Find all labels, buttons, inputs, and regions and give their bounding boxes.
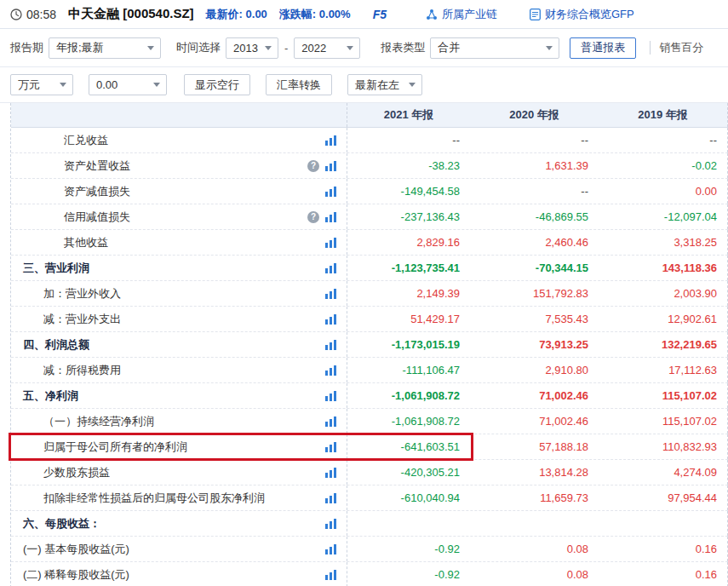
row-label-cell: (二) 稀释每股收益(元) <box>11 562 347 586</box>
value-cell: 0.08 <box>470 562 599 586</box>
row-label: 五、净利润 <box>11 388 78 404</box>
row-label-cell: 其他收益 <box>11 230 347 255</box>
value-cell: 13,814.28 <box>470 460 599 485</box>
row-label: （一）持续经营净利润 <box>11 414 154 429</box>
chart-icon[interactable] <box>325 391 336 401</box>
value-cell: -70,344.15 <box>470 256 599 280</box>
value-cell: -111,106.47 <box>347 358 470 382</box>
row-label: 三、营业利润 <box>11 261 89 276</box>
row-label-cell: 少数股东损益 <box>11 460 347 485</box>
report-type-select[interactable]: 合并 <box>430 37 559 59</box>
chart-icon[interactable] <box>325 365 336 376</box>
table-row: （一）持续经营净利润-1,061,908.7271,002.46115,107.… <box>11 409 728 434</box>
chart-icon[interactable] <box>325 289 336 299</box>
row-label: 加：营业外收入 <box>11 286 121 302</box>
row-label: 减：所得税费用 <box>11 363 121 378</box>
chart-icon[interactable] <box>325 570 336 580</box>
chart-icon[interactable] <box>325 238 336 248</box>
row-label: 少数股东损益 <box>11 465 110 480</box>
help-icon[interactable]: ? <box>307 211 319 223</box>
row-label: 减：营业外支出 <box>11 312 121 327</box>
chart-icon[interactable] <box>325 519 336 529</box>
row-label: 扣除非经常性损益后的归属母公司股东净利润 <box>11 491 265 506</box>
value-cell: 2,910.80 <box>470 358 599 382</box>
chart-icon[interactable] <box>325 417 336 427</box>
value-cell: 110,832.93 <box>599 434 728 459</box>
show-empty-rows-button[interactable]: 显示空行 <box>184 74 250 95</box>
value-cell: -1,123,735.41 <box>347 256 470 280</box>
value-cell: 3,318.25 <box>599 230 728 255</box>
value-cell: -1,061,908.72 <box>347 383 470 408</box>
value-cell: 0.16 <box>599 537 728 561</box>
row-icons <box>325 289 347 299</box>
value-cell: 7,535.43 <box>470 307 599 331</box>
chart-icon[interactable] <box>325 135 336 146</box>
year-to-select[interactable]: 2022 <box>294 37 360 59</box>
table-row: 扣除非经常性损益后的归属母公司股东净利润-610,040.9411,659.73… <box>11 485 728 511</box>
table-row: 加：营业外收入2,149.39151,792.832,003.90 <box>11 281 728 307</box>
year-to-value: 2022 <box>301 42 326 55</box>
help-icon[interactable]: ? <box>307 160 319 172</box>
app-window: 08:58 中天金融 [000540.SZ] 最新价: 0.00 涨跌幅: 0.… <box>0 0 728 586</box>
industry-chain-icon <box>426 9 438 20</box>
chart-icon[interactable] <box>325 187 336 197</box>
table-body: 汇兑收益------资产处置收益?-38.231,631.39-0.02资产减值… <box>11 128 728 586</box>
value-cell: 115,107.02 <box>599 383 728 408</box>
order-select[interactable]: 最新在左 <box>347 74 422 95</box>
stock-title: 中天金融 [000540.SZ] <box>68 6 194 22</box>
decimals-select[interactable]: 0.00 <box>89 74 167 95</box>
chart-icon[interactable] <box>325 340 336 350</box>
unit-select[interactable]: 万元 <box>10 74 73 95</box>
table-row: 资产处置收益?-38.231,631.39-0.02 <box>11 153 728 179</box>
column-header-2019[interactable]: 2019 年报 <box>599 103 728 127</box>
value-cell: 2,829.16 <box>347 230 470 255</box>
chart-icon[interactable] <box>325 442 336 452</box>
value-cell: 73,913.25 <box>470 332 599 357</box>
chart-icon[interactable] <box>325 544 336 554</box>
row-label: 汇兑收益 <box>11 133 108 148</box>
table-row: 六、每股收益： <box>11 511 728 537</box>
value-cell: 143,118.36 <box>599 256 728 280</box>
row-label-cell: 减：营业外支出 <box>11 307 347 331</box>
chevron-down-icon <box>546 46 553 50</box>
row-icons <box>325 263 347 273</box>
value-cell: -0.92 <box>347 537 470 561</box>
value-cell: -- <box>470 128 599 152</box>
chart-icon[interactable] <box>325 493 336 503</box>
year-range-dash: - <box>284 42 288 55</box>
value-cell <box>599 511 728 536</box>
options-toolbar: 万元 0.00 显示空行 汇率转换 最新在左 <box>0 67 728 103</box>
normal-report-tab[interactable]: 普通报表 <box>570 37 636 59</box>
chart-icon[interactable] <box>325 314 336 325</box>
value-cell: 132,219.65 <box>599 332 728 357</box>
sales-percent-tab[interactable]: 销售百分 <box>659 40 703 55</box>
row-label-cell: 归属于母公司所有者的净利润 <box>11 434 347 459</box>
chart-icon[interactable] <box>325 161 336 171</box>
row-icons <box>325 570 347 580</box>
value-cell: -0.92 <box>347 562 470 586</box>
finance-overview-link[interactable]: 财务综合概览GFP <box>530 7 634 22</box>
value-cell: 57,188.18 <box>470 434 599 459</box>
report-period-select[interactable]: 年报;最新 <box>49 37 161 59</box>
row-icons <box>325 468 347 478</box>
report-type-value: 合并 <box>438 40 460 55</box>
table-row: 减：营业外支出51,429.177,535.4312,902.61 <box>11 307 728 332</box>
chart-icon[interactable] <box>325 263 336 273</box>
value-cell: 2,149.39 <box>347 281 470 306</box>
row-label-cell: 加：营业外收入 <box>11 281 347 306</box>
value-cell: -38.23 <box>347 153 470 178</box>
chart-icon[interactable] <box>325 212 336 222</box>
currency-convert-button[interactable]: 汇率转换 <box>266 74 332 95</box>
chart-icon[interactable] <box>325 468 336 478</box>
financial-table: 2021 年报 2020 年报 2019 年报 汇兑收益------资产处置收益… <box>10 103 728 586</box>
table-row: (一) 基本每股收益(元)-0.920.080.16 <box>11 537 728 562</box>
row-label: 资产处置收益 <box>11 158 130 174</box>
column-header-2020[interactable]: 2020 年报 <box>470 103 599 127</box>
value-cell <box>470 511 599 536</box>
year-from-select[interactable]: 2013 <box>226 37 278 59</box>
row-label-cell: 六、每股收益： <box>11 511 347 536</box>
row-label: 四、利润总额 <box>11 337 89 353</box>
industry-chain-link[interactable]: 所属产业链 <box>426 7 497 22</box>
row-label: (一) 基本每股收益(元) <box>11 542 129 557</box>
column-header-2021[interactable]: 2021 年报 <box>347 103 470 127</box>
